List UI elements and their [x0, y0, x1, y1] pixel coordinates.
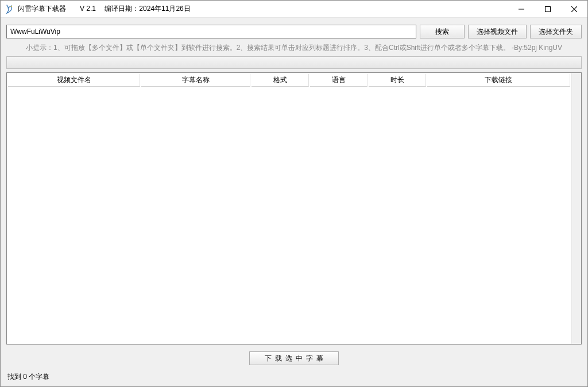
col-video-filename[interactable]: 视频文件名: [8, 74, 140, 87]
app-window: 闪雷字幕下载器 V 2.1 编译日期：2024年11月26日 搜索 选择视频文件…: [0, 0, 588, 387]
maximize-button[interactable]: [535, 1, 561, 17]
search-button[interactable]: 搜索: [420, 25, 465, 38]
col-download-link[interactable]: 下载链接: [427, 74, 570, 87]
svg-rect-1: [546, 6, 551, 11]
vertical-scrollbar[interactable]: [571, 73, 581, 344]
separator-bar: [6, 56, 582, 69]
download-selected-button[interactable]: 下载选中字幕: [249, 351, 339, 365]
app-icon: [5, 5, 14, 14]
select-folder-button[interactable]: 选择文件夹: [530, 25, 582, 38]
results-table[interactable]: 视频文件名 字幕名称 格式 语言 时长 下载链接: [6, 72, 582, 345]
status-text: 找到 0 个字幕: [1, 370, 587, 386]
titlebar[interactable]: 闪雷字幕下载器 V 2.1 编译日期：2024年11月26日: [1, 1, 587, 18]
col-duration[interactable]: 时长: [369, 74, 426, 87]
col-subtitle-name[interactable]: 字幕名称: [141, 74, 250, 87]
minimize-button[interactable]: [508, 1, 535, 17]
col-language[interactable]: 语言: [310, 74, 368, 87]
col-format[interactable]: 格式: [252, 74, 309, 87]
close-button[interactable]: [561, 1, 587, 17]
search-input[interactable]: [6, 25, 416, 38]
svg-point-0: [11, 6, 12, 7]
results-tbody: [8, 87, 570, 342]
window-title: 闪雷字幕下载器 V 2.1 编译日期：2024年11月26日: [18, 4, 191, 14]
select-video-button[interactable]: 选择视频文件: [468, 25, 527, 38]
tip-text: 小提示：1、可拖放【多个文件】或【单个文件夹】到软件进行搜索。2、搜索结果可单击…: [1, 42, 587, 56]
